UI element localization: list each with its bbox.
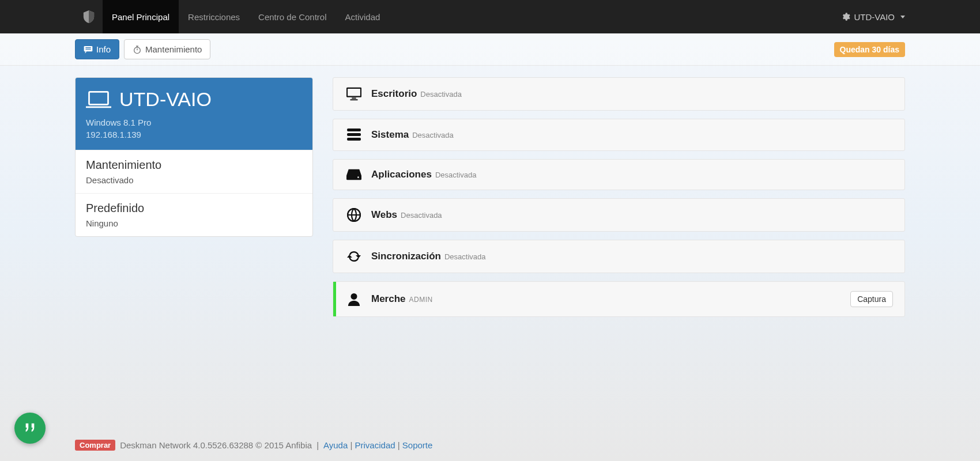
capture-button[interactable]: Captura [850, 291, 893, 307]
feature-title: Aplicaciones [371, 169, 432, 180]
stopwatch-icon [133, 45, 142, 54]
account-menu[interactable]: UTD-VAIO [841, 12, 905, 22]
footer-link[interactable]: Soporte [402, 440, 433, 450]
feature-title: Merche [371, 293, 406, 304]
footer-link[interactable]: Ayuda [323, 440, 348, 450]
feature-status: Desactivada [412, 131, 454, 139]
feature-status: Desactivada [420, 90, 462, 99]
feature-status: Desactivada [444, 252, 486, 261]
device-row[interactable]: PredefinidoNinguno [76, 193, 312, 236]
nav-item[interactable]: Restricciones [179, 0, 249, 33]
device-panel: UTD-VAIO Windows 8.1 Pro 192.168.1.139 M… [75, 77, 313, 237]
caret-down-icon [900, 16, 905, 18]
laptop-icon [86, 89, 111, 110]
footer-text: Deskman Network 4.0.5526.63288 © 2015 An… [120, 440, 312, 450]
device-ip: 192.168.1.139 [86, 129, 302, 141]
trial-badge[interactable]: Quedan 30 días [834, 42, 905, 57]
device-row-title: Predefinido [86, 202, 302, 215]
svg-rect-11 [350, 99, 358, 100]
device-row-sub: Desactivado [86, 175, 302, 185]
device-heading: UTD-VAIO Windows 8.1 Pro 192.168.1.139 [76, 78, 312, 150]
svg-rect-14 [347, 138, 361, 141]
feature-title: Webs [371, 209, 397, 220]
gear-icon [841, 12, 850, 21]
quote-icon [24, 423, 36, 433]
svg-point-15 [357, 176, 359, 178]
feature-row[interactable]: WebsDesactivada [333, 198, 905, 232]
feature-row[interactable]: SistemaDesactivada [333, 119, 905, 151]
svg-rect-10 [352, 98, 356, 99]
feature-row[interactable]: AplicacionesDesactivada [333, 159, 905, 190]
feature-sub: ADMIN [409, 296, 433, 304]
globe-icon [345, 208, 363, 222]
brand-logo[interactable] [75, 10, 103, 24]
feature-status: Desactivada [401, 211, 442, 220]
feature-title: Sincronización [371, 251, 441, 262]
feature-title: Sistema [371, 129, 409, 140]
feature-row[interactable]: SincronizaciónDesactivada [333, 240, 905, 273]
footer: Comprar Deskman Network 4.0.5526.63288 ©… [0, 440, 980, 451]
chat-fab[interactable] [14, 413, 46, 444]
account-name: UTD-VAIO [854, 12, 895, 22]
server-icon [345, 129, 363, 141]
subbar: Info Mantenimiento Quedan 30 días [0, 33, 980, 66]
main-container: UTD-VAIO Windows 8.1 Pro 192.168.1.139 M… [0, 66, 980, 383]
svg-rect-7 [89, 92, 108, 104]
feature-title: Escritorio [371, 88, 417, 99]
maintenance-button[interactable]: Mantenimiento [124, 39, 210, 59]
user-icon [345, 292, 363, 306]
svg-rect-12 [347, 129, 361, 131]
nav-item[interactable]: Panel Principal [103, 0, 179, 33]
device-name: UTD-VAIO [119, 88, 212, 111]
shield-icon [82, 10, 95, 24]
feature-row[interactable]: MercheADMINCaptura [333, 281, 905, 317]
device-os: Windows 8.1 Pro [86, 116, 302, 129]
svg-rect-9 [347, 88, 361, 97]
hdd-icon [345, 169, 363, 180]
feature-status: Desactivada [435, 171, 477, 179]
svg-rect-13 [347, 133, 361, 136]
buy-badge[interactable]: Comprar [75, 440, 115, 451]
nav-item[interactable]: Centro de Control [249, 0, 336, 33]
monitor-icon [345, 87, 363, 101]
footer-link[interactable]: Privacidad [355, 440, 395, 450]
nav-item[interactable]: Actividad [336, 0, 390, 33]
device-row-title: Mantenimiento [86, 158, 302, 172]
svg-point-17 [351, 293, 357, 300]
device-row[interactable]: MantenimientoDesactivado [76, 150, 312, 193]
info-button[interactable]: Info [75, 39, 119, 59]
navbar: Panel PrincipalRestriccionesCentro de Co… [0, 0, 980, 33]
chat-icon [84, 46, 93, 54]
feature-row[interactable]: EscritorioDesactivada [333, 77, 905, 111]
device-row-sub: Ninguno [86, 218, 302, 228]
sync-icon [345, 250, 363, 263]
